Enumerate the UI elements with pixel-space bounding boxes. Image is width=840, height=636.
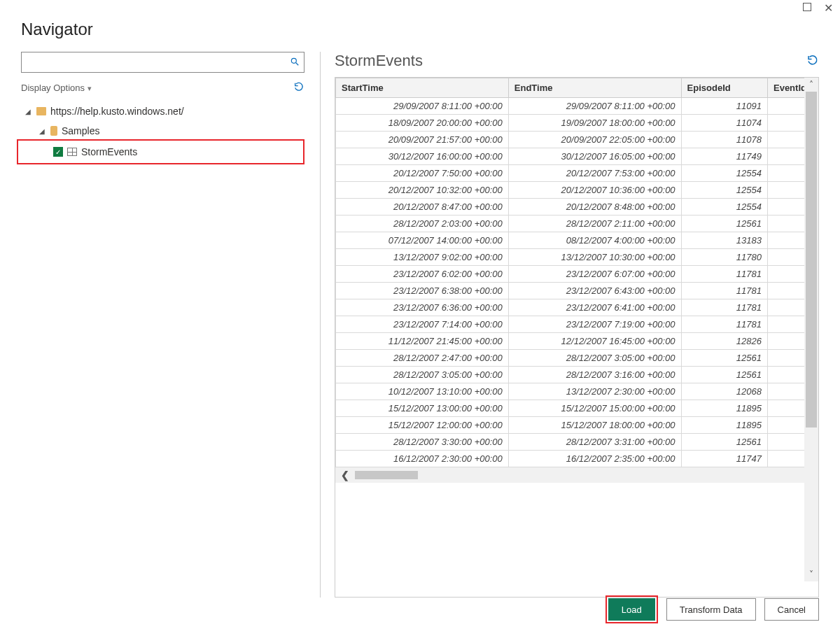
table-cell: 11078 [681, 132, 767, 148]
table-cell: 11/12/2007 21:45:00 +00:00 [336, 333, 509, 350]
table-cell: 15/12/2007 12:00:00 +00:00 [336, 417, 509, 434]
refresh-tree-icon[interactable] [293, 81, 304, 94]
search-input-container[interactable] [21, 52, 304, 73]
tree-node-table[interactable]: ✓ StormEvents [21, 142, 300, 162]
table-cell: 11781 [681, 283, 767, 299]
table-row[interactable]: 11/12/2007 21:45:00 +00:0012/12/2007 16:… [336, 333, 818, 350]
horizontal-scrollbar[interactable]: ❮ ❯ [335, 467, 818, 483]
table-cell: 11091 [681, 98, 767, 115]
table-row[interactable]: 28/12/2007 2:47:00 +00:0028/12/2007 3:05… [336, 350, 818, 367]
table-cell: 11781 [681, 316, 767, 333]
table-cell: 12554 [681, 199, 767, 215]
table-cell: 12561 [681, 367, 767, 383]
table-cell: 20/12/2007 8:47:00 +00:00 [336, 199, 509, 215]
table-cell: 11749 [681, 148, 767, 165]
cancel-button[interactable]: Cancel [764, 598, 819, 621]
table-row[interactable]: 23/12/2007 6:36:00 +00:0023/12/2007 6:41… [336, 299, 818, 316]
table-row[interactable]: 10/12/2007 13:10:00 +00:0013/12/2007 2:3… [336, 383, 818, 400]
table-cell: 07/12/2007 14:00:00 +00:00 [336, 232, 509, 249]
close-icon[interactable] [824, 3, 833, 14]
table-row[interactable]: 15/12/2007 12:00:00 +00:0015/12/2007 18:… [336, 417, 818, 434]
table-cell: 11781 [681, 266, 767, 283]
table-row[interactable]: 13/12/2007 9:02:00 +00:0013/12/2007 10:3… [336, 249, 818, 266]
table-row[interactable]: 20/12/2007 8:47:00 +00:0020/12/2007 8:48… [336, 199, 818, 215]
table-row[interactable]: 20/12/2007 10:32:00 +00:0020/12/2007 10:… [336, 182, 818, 199]
column-header[interactable]: EndTime [508, 78, 681, 98]
expand-icon[interactable]: ◢ [39, 127, 46, 135]
table-cell: 30/12/2007 16:00:00 +00:00 [336, 148, 509, 165]
table-cell: 23/12/2007 7:19:00 +00:00 [508, 316, 681, 333]
table-row[interactable]: 23/12/2007 6:38:00 +00:0023/12/2007 6:43… [336, 283, 818, 299]
search-icon[interactable] [290, 57, 300, 69]
table-cell: 28/12/2007 3:05:00 +00:00 [508, 350, 681, 367]
table-row[interactable]: 28/12/2007 3:30:00 +00:0028/12/2007 3:31… [336, 434, 818, 451]
preview-panel: StormEvents StartTimeEndTimeEpisodeIdEve… [321, 52, 819, 598]
table-row[interactable]: 23/12/2007 7:14:00 +00:0023/12/2007 7:19… [336, 316, 818, 333]
maximize-icon[interactable] [803, 3, 811, 11]
table-row[interactable]: 16/12/2007 2:30:00 +00:0016/12/2007 2:35… [336, 451, 818, 467]
column-header[interactable]: StartTime [336, 78, 509, 98]
table-cell: 23/12/2007 6:38:00 +00:00 [336, 283, 509, 299]
table-cell: 20/09/2007 21:57:00 +00:00 [336, 132, 509, 148]
load-button[interactable]: Load [608, 598, 655, 621]
table-cell: 23/12/2007 6:43:00 +00:00 [508, 283, 681, 299]
scroll-thumb[interactable] [355, 471, 418, 479]
svg-point-0 [291, 58, 296, 63]
table-cell: 23/12/2007 6:41:00 +00:00 [508, 299, 681, 316]
table-cell: 12554 [681, 182, 767, 199]
table-cell: 28/12/2007 2:47:00 +00:00 [336, 350, 509, 367]
tree-label: Samples [62, 125, 99, 136]
table-cell: 16/12/2007 2:35:00 +00:00 [508, 451, 681, 467]
table-cell: 12/12/2007 16:45:00 +00:00 [508, 333, 681, 350]
table-cell: 11074 [681, 115, 767, 132]
table-cell: 12561 [681, 434, 767, 451]
preview-title: StormEvents [335, 52, 423, 70]
display-options-dropdown[interactable]: Display Options [21, 83, 92, 93]
scroll-up-icon[interactable]: ˄ [804, 78, 818, 92]
expand-icon[interactable]: ◢ [25, 108, 32, 115]
table-row[interactable]: 20/12/2007 7:50:00 +00:0020/12/2007 7:53… [336, 165, 818, 182]
table-cell: 23/12/2007 7:14:00 +00:00 [336, 316, 509, 333]
table-row[interactable]: 28/12/2007 3:05:00 +00:0028/12/2007 3:16… [336, 367, 818, 383]
table-cell: 12561 [681, 215, 767, 232]
table-cell: 12561 [681, 350, 767, 367]
table-cell: 30/12/2007 16:05:00 +00:00 [508, 148, 681, 165]
table-row[interactable]: 23/12/2007 6:02:00 +00:0023/12/2007 6:07… [336, 266, 818, 283]
table-cell: 11747 [681, 451, 767, 467]
table-cell: 13/12/2007 10:30:00 +00:00 [508, 249, 681, 266]
table-row[interactable]: 15/12/2007 13:00:00 +00:0015/12/2007 15:… [336, 400, 818, 417]
table-cell: 12068 [681, 383, 767, 400]
tree-node-database[interactable]: ◢ Samples [21, 121, 304, 141]
display-options-label: Display Options [21, 83, 85, 93]
table-cell: 12826 [681, 333, 767, 350]
table-cell: 11781 [681, 299, 767, 316]
scroll-down-icon[interactable]: ˅ [804, 567, 818, 581]
table-cell: 12554 [681, 165, 767, 182]
table-row[interactable]: 07/12/2007 14:00:00 +00:0008/12/2007 4:0… [336, 232, 818, 249]
table-cell: 16/12/2007 2:30:00 +00:00 [336, 451, 509, 467]
scroll-thumb[interactable] [806, 92, 817, 427]
table-row[interactable]: 29/09/2007 8:11:00 +00:0029/09/2007 8:11… [336, 98, 818, 115]
table-icon [67, 148, 77, 156]
table-cell: 20/12/2007 10:36:00 +00:00 [508, 182, 681, 199]
vertical-scrollbar[interactable]: ˄ ˅ [804, 78, 818, 581]
table-cell: 19/09/2007 18:00:00 +00:00 [508, 115, 681, 132]
table-cell: 13183 [681, 232, 767, 249]
column-header[interactable]: EpisodeId [681, 78, 767, 98]
table-cell: 11780 [681, 249, 767, 266]
table-row[interactable]: 18/09/2007 20:00:00 +00:0019/09/2007 18:… [336, 115, 818, 132]
table-row[interactable]: 20/09/2007 21:57:00 +00:0020/09/2007 22:… [336, 132, 818, 148]
dialog-footer: Load Transform Data Cancel [606, 595, 819, 623]
table-cell: 23/12/2007 6:02:00 +00:00 [336, 266, 509, 283]
scroll-left-icon[interactable]: ❮ [335, 469, 355, 481]
table-row[interactable]: 30/12/2007 16:00:00 +00:0030/12/2007 16:… [336, 148, 818, 165]
tree-node-connection[interactable]: ◢ https://help.kusto.windows.net/ [21, 101, 304, 121]
table-cell: 13/12/2007 9:02:00 +00:00 [336, 249, 509, 266]
refresh-preview-icon[interactable] [806, 54, 819, 69]
table-row[interactable]: 28/12/2007 2:03:00 +00:0028/12/2007 2:11… [336, 215, 818, 232]
checkbox-checked-icon[interactable]: ✓ [53, 147, 63, 157]
transform-data-button[interactable]: Transform Data [666, 598, 756, 621]
search-input[interactable] [26, 57, 290, 69]
table-cell: 20/12/2007 10:32:00 +00:00 [336, 182, 509, 199]
table-cell: 15/12/2007 13:00:00 +00:00 [336, 400, 509, 417]
